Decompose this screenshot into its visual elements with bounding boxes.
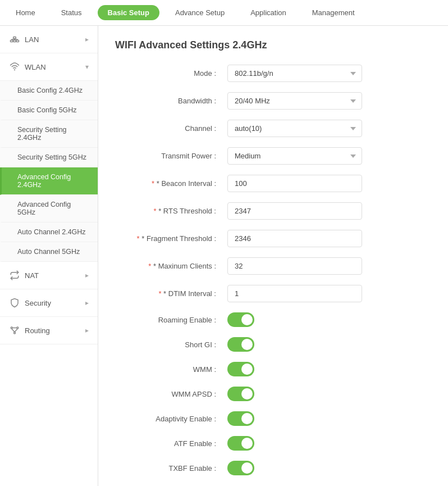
top-nav: HomeStatusBasic SetupAdvance SetupApplic…: [0, 0, 448, 26]
label-transmit-power: Transmit Power :: [115, 152, 227, 160]
wifi-icon: [9, 61, 20, 72]
svg-rect-2: [16, 40, 19, 42]
toggle-label-txbf-enable: TXBF Enable :: [115, 464, 227, 473]
lan-icon: [9, 34, 20, 45]
nav-item-advance-setup[interactable]: Advance Setup: [165, 5, 235, 20]
toggle-row-txbf-enable: TXBF Enable :: [115, 461, 431, 475]
sidebar-label-wlan: WLAN: [25, 63, 46, 71]
label-maxinum-clients: * Maxinum Clients :: [115, 262, 227, 270]
toggle-label-roaming-enable: Roaming Enable :: [115, 316, 227, 324]
select-channel[interactable]: auto(10)auto1611: [227, 120, 362, 137]
select-mode[interactable]: 802.11b/g/n802.11b/g802.11n: [227, 65, 362, 82]
input-rts-threshold[interactable]: [227, 202, 362, 220]
label-mode: Mode :: [115, 69, 227, 78]
svg-rect-1: [13, 40, 16, 42]
toggle-row-atf-enable: ATF Enable :: [115, 436, 431, 451]
sidebar-child-auto-channel-5[interactable]: Auto Channel 5GHz: [0, 242, 98, 262]
sidebar-parent-wlan[interactable]: WLAN▾: [0, 53, 98, 81]
toggle-row-wmm-apsd: WMM APSD :: [115, 387, 431, 401]
label-rts-threshold: * RTS Threshold :: [115, 207, 227, 215]
toggle-label-adaptivity-enable: Adaptivity Enable :: [115, 415, 227, 423]
main-content: WIFI Advanced Settings 2.4GHz Mode :802.…: [98, 26, 448, 486]
nav-item-application[interactable]: Application: [240, 5, 296, 20]
sidebar-child-basic-config-5[interactable]: Basic Config 5GHz: [0, 101, 98, 120]
svg-line-14: [15, 329, 17, 332]
form-row-beacon-interval: * Beacon Interval :: [115, 175, 431, 192]
sidebar-child-basic-config-24[interactable]: Basic Config 2.4GHz: [0, 81, 98, 101]
sidebar-parent-nat[interactable]: NAT▸: [0, 262, 98, 289]
chevron-lan: ▸: [85, 35, 89, 43]
svg-rect-0: [11, 40, 13, 42]
toggle-wmm[interactable]: [227, 362, 254, 376]
toggle-txbf-enable[interactable]: [227, 461, 254, 475]
chevron-wlan: ▾: [85, 63, 89, 71]
svg-point-10: [17, 327, 19, 329]
routing-icon: [9, 325, 20, 336]
nav-item-status[interactable]: Status: [51, 5, 92, 20]
select-bandwidth[interactable]: 20/40 MHz20 MHz40 MHz: [227, 92, 362, 110]
sidebar-child-auto-channel-24[interactable]: Auto Channel 2.4GHz: [0, 222, 98, 242]
form-row-channel: Channel :auto(10)auto1611: [115, 120, 431, 137]
toggle-row-roaming-enable: Roaming Enable :: [115, 312, 431, 327]
sidebar: LAN▸WLAN▾Basic Config 2.4GHzBasic Config…: [0, 26, 98, 486]
input-fragment-threshold[interactable]: [227, 230, 362, 247]
svg-point-11: [14, 332, 16, 334]
label-dtim-interval: * DTIM Interval :: [115, 289, 227, 298]
svg-rect-3: [13, 37, 16, 39]
input-beacon-interval[interactable]: [227, 175, 362, 192]
select-transmit-power[interactable]: MediumLowHigh: [227, 147, 362, 165]
form-row-mode: Mode :802.11b/g/n802.11b/g802.11n: [115, 65, 431, 82]
sidebar-parent-routing[interactable]: Routing▸: [0, 317, 98, 344]
nav-item-management[interactable]: Management: [302, 5, 365, 20]
toggle-row-adaptivity-enable: Adaptivity Enable :: [115, 411, 431, 426]
nat-icon: [9, 270, 20, 281]
chevron-routing: ▸: [85, 326, 89, 334]
sidebar-label-lan: LAN: [25, 35, 39, 44]
toggle-short-gi[interactable]: [227, 337, 254, 352]
chevron-nat: ▸: [85, 271, 89, 279]
sidebar-label-security: Security: [25, 299, 51, 307]
svg-point-9: [11, 327, 12, 329]
form-row-rts-threshold: * RTS Threshold :: [115, 202, 431, 220]
sidebar-child-security-24[interactable]: Security Setting 2.4GHz: [0, 120, 98, 148]
security-icon: [9, 297, 20, 308]
nav-item-home[interactable]: Home: [6, 5, 45, 20]
label-bandwidth: Bandwidth :: [115, 97, 227, 105]
label-channel: Channel :: [115, 124, 227, 133]
toggle-atf-enable[interactable]: [227, 436, 254, 451]
sidebar-child-advanced-config-24[interactable]: Advanced Config 2.4GHz: [0, 167, 98, 195]
svg-point-8: [14, 69, 15, 70]
sidebar-parent-security[interactable]: Security▸: [0, 289, 98, 317]
form-row-transmit-power: Transmit Power :MediumLowHigh: [115, 147, 431, 165]
form-row-dtim-interval: * DTIM Interval :: [115, 285, 431, 302]
chevron-security: ▸: [85, 299, 89, 307]
toggle-wmm-apsd[interactable]: [227, 387, 254, 401]
toggle-label-short-gi: Short GI :: [115, 340, 227, 349]
sidebar-child-advanced-config-5[interactable]: Advanced Config 5GHz: [0, 195, 98, 222]
toggle-label-wmm-apsd: WMM APSD :: [115, 390, 227, 398]
sidebar-label-routing: Routing: [25, 326, 50, 335]
toggle-adaptivity-enable[interactable]: [227, 411, 254, 426]
sidebar-parent-lan[interactable]: LAN▸: [0, 26, 98, 53]
input-dtim-interval[interactable]: [227, 285, 362, 302]
form-row-maxinum-clients: * Maxinum Clients :: [115, 257, 431, 275]
toggle-label-wmm: WMM :: [115, 365, 227, 374]
sidebar-child-security-5[interactable]: Security Setting 5GHz: [0, 148, 98, 167]
form-row-bandwidth: Bandwidth :20/40 MHz20 MHz40 MHz: [115, 92, 431, 110]
toggle-row-short-gi: Short GI :: [115, 337, 431, 352]
input-maxinum-clients[interactable]: [227, 257, 362, 275]
toggle-row-wmm: WMM :: [115, 362, 431, 376]
toggle-roaming-enable[interactable]: [227, 312, 254, 327]
nav-item-basic-setup[interactable]: Basic Setup: [98, 5, 159, 20]
label-beacon-interval: * Beacon Interval :: [115, 179, 227, 188]
page-title: WIFI Advanced Settings 2.4GHz: [115, 39, 431, 51]
toggle-label-atf-enable: ATF Enable :: [115, 439, 227, 448]
layout: LAN▸WLAN▾Basic Config 2.4GHzBasic Config…: [0, 26, 448, 486]
sidebar-label-nat: NAT: [25, 271, 39, 280]
form-row-fragment-threshold: * Fragment Threshold :: [115, 230, 431, 247]
label-fragment-threshold: * Fragment Threshold :: [115, 234, 227, 243]
svg-line-13: [12, 329, 15, 332]
